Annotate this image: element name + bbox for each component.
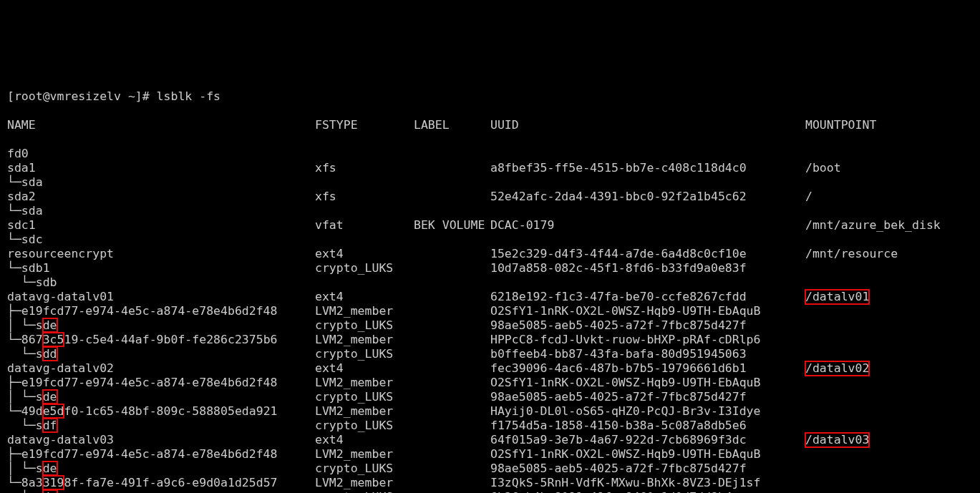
cell-fstype [315, 175, 414, 190]
highlight-box: 3c5 [43, 333, 64, 346]
cell-fstype: crypto_LUKS [315, 390, 414, 404]
cell-fstype: crypto_LUKS [315, 419, 414, 433]
cell-fstype: LVM2_member [315, 404, 414, 419]
cell-name: └─sdf [7, 419, 315, 433]
cell-name: │ └─sde [7, 318, 315, 333]
cell-fstype [315, 204, 414, 218]
cell-uuid [490, 147, 805, 161]
cell-uuid: O2SfY1-1nRK-OX2L-0WSZ-Hqb9-U9TH-EbAquB [490, 376, 805, 390]
cell-name: sda2 [7, 190, 315, 204]
terminal-output: [root@vmresizelv ~]# lsblk -fs NAMEFSTYP… [0, 72, 980, 493]
cell-uuid: 64f015a9-3e7b-4a67-922d-7cb68969f3dc [490, 433, 805, 447]
cell-fstype: crypto_LUKS [315, 490, 414, 493]
highlight-box: /datalv03 [805, 433, 869, 447]
table-row: datavg-datalv02ext4fec39096-4ac6-487b-b7… [7, 361, 980, 376]
cell-label [414, 447, 490, 462]
shell-prompt: [root@vmresizelv ~]# lsblk -fs [7, 89, 220, 104]
table-row: ├─e19fcd77-e974-4e5c-a874-e78e4b6d2f48LV… [7, 304, 980, 318]
cell-uuid: 6218e192-f1c3-47fa-be70-ccfe8267cfdd [490, 290, 805, 304]
cell-label [414, 275, 490, 290]
cell-uuid [490, 275, 805, 290]
table-row: └─sda [7, 204, 980, 218]
table-row: └─sdb [7, 275, 980, 290]
cell-label [414, 304, 490, 318]
highlight-box: e5d [43, 404, 64, 418]
table-row: └─sda [7, 175, 980, 190]
cell-label [414, 147, 490, 161]
cell-uuid: 98ae5085-aeb5-4025-a72f-7fbc875d427f [490, 462, 805, 476]
cell-uuid: 10d7a858-082c-45f1-8fd6-b33fd9a0e83f [490, 261, 805, 275]
cell-name: datavg-datalv01 [7, 290, 315, 304]
prompt-line: [root@vmresizelv ~]# lsblk -fs [7, 89, 980, 104]
table-row: └─sdc [7, 233, 980, 247]
cell-label [414, 376, 490, 390]
table-row: │ └─sdecrypto_LUKS98ae5085-aeb5-4025-a72… [7, 390, 980, 404]
cell-fstype: vfat [315, 218, 414, 233]
highlight-box: de [43, 318, 57, 332]
cell-fstype: ext4 [315, 433, 414, 447]
cell-label [414, 476, 490, 490]
table-row: └─sdgcrypto_LUKS6b26ab4b-8091-49fe-9460-… [7, 490, 980, 493]
cell-uuid: O2SfY1-1nRK-OX2L-0WSZ-Hqb9-U9TH-EbAquB [490, 304, 805, 318]
cell-name: resourceencrypt [7, 247, 315, 261]
cell-name: └─sdc [7, 233, 315, 247]
cell-label [414, 290, 490, 304]
cell-name: sdc1 [7, 218, 315, 233]
cell-uuid: 98ae5085-aeb5-4025-a72f-7fbc875d427f [490, 390, 805, 404]
table-row: ├─e19fcd77-e974-4e5c-a874-e78e4b6d2f48LV… [7, 376, 980, 390]
cell-name: datavg-datalv03 [7, 433, 315, 447]
cell-name: datavg-datalv02 [7, 361, 315, 376]
cell-label [414, 190, 490, 204]
cell-fstype: crypto_LUKS [315, 347, 414, 361]
cell-label: BEK VOLUME [414, 218, 490, 233]
cell-fstype: crypto_LUKS [315, 261, 414, 275]
cell-label [414, 347, 490, 361]
cell-name: └─sda [7, 175, 315, 190]
cell-label [414, 419, 490, 433]
cell-name: fd0 [7, 147, 315, 161]
header-label: LABEL [414, 118, 490, 132]
header-fstype: FSTYPE [315, 118, 414, 132]
cell-uuid: f1754d5a-1858-4150-b38a-5c087a8db5e6 [490, 419, 805, 433]
cell-label [414, 161, 490, 175]
cell-label [414, 433, 490, 447]
cell-uuid: 15e2c329-d4f3-4f44-a7de-6a4d8c0cf10e [490, 247, 805, 261]
cell-name: ├─e19fcd77-e974-4e5c-a874-e78e4b6d2f48 [7, 304, 315, 318]
cell-fstype [315, 147, 414, 161]
cell-uuid: DCAC-0179 [490, 218, 805, 233]
cell-name: │ └─sde [7, 462, 315, 476]
table-row: └─8673c519-c5e4-44af-9b0f-fe286c2375b6LV… [7, 333, 980, 347]
table-row: │ └─sdecrypto_LUKS98ae5085-aeb5-4025-a72… [7, 462, 980, 476]
cell-fstype: LVM2_member [315, 333, 414, 347]
cell-fstype: ext4 [315, 247, 414, 261]
cell-fstype [315, 275, 414, 290]
table-row: │ └─sdecrypto_LUKS98ae5085-aeb5-4025-a72… [7, 318, 980, 333]
header-row: NAMEFSTYPELABELUUIDMOUNTPOINT [7, 118, 980, 132]
cell-fstype: LVM2_member [315, 476, 414, 490]
cell-name: └─8673c519-c5e4-44af-9b0f-fe286c2375b6 [7, 333, 315, 347]
cell-label [414, 361, 490, 376]
cell-label [414, 261, 490, 275]
cell-mountpoint: /mnt/azure_bek_disk [805, 218, 941, 233]
cell-fstype: LVM2_member [315, 447, 414, 462]
highlight-box: df [43, 419, 57, 432]
cell-label [414, 318, 490, 333]
cell-uuid: HAyij0-DL0l-oS65-qHZ0-PcQJ-Br3v-I3Idye [490, 404, 805, 419]
table-row: sdc1vfatBEK VOLUMEDCAC-0179/mnt/azure_be… [7, 218, 980, 233]
cell-name: │ └─sde [7, 390, 315, 404]
cell-uuid: I3zQkS-5RnH-VdfK-MXwu-BhXk-8VZ3-DEj1sf [490, 476, 805, 490]
cell-fstype: xfs [315, 161, 414, 175]
table-row: resourceencryptext415e2c329-d4f3-4f44-a7… [7, 247, 980, 261]
cell-uuid: 52e42afc-2da4-4391-bbc0-92f2a1b45c62 [490, 190, 805, 204]
cell-label [414, 233, 490, 247]
highlight-box: 319 [43, 476, 64, 489]
cell-name: ├─e19fcd77-e974-4e5c-a874-e78e4b6d2f48 [7, 447, 315, 462]
header-uuid: UUID [490, 118, 805, 132]
table-row: datavg-datalv03ext464f015a9-3e7b-4a67-92… [7, 433, 980, 447]
cell-name: └─sdd [7, 347, 315, 361]
cell-name: sda1 [7, 161, 315, 175]
cell-fstype: crypto_LUKS [315, 318, 414, 333]
cell-name: └─sdb1 [7, 261, 315, 275]
cell-uuid: HPPcC8-fcdJ-Uvkt-ruow-bHXP-pRAf-cDRlp6 [490, 333, 805, 347]
cell-fstype: ext4 [315, 290, 414, 304]
